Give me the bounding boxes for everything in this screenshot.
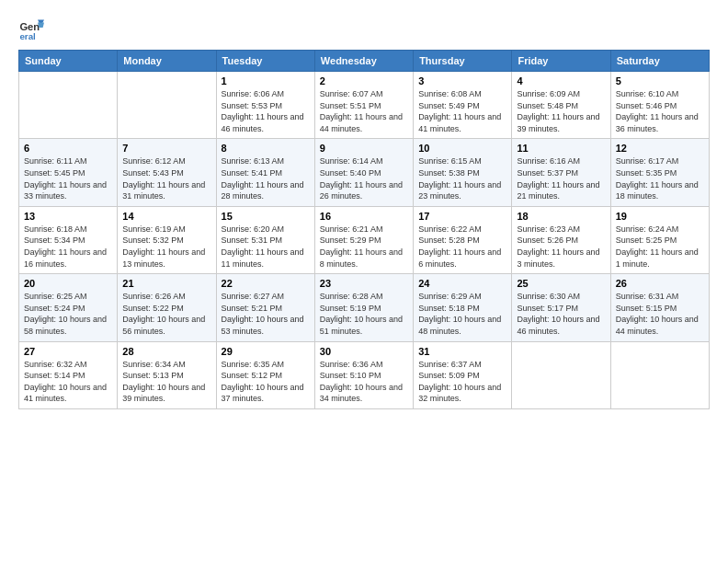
day-number: 15 <box>222 211 310 222</box>
calendar-cell: 16Sunrise: 6:21 AM Sunset: 5:29 PM Dayli… <box>314 206 413 273</box>
day-detail: Sunrise: 6:11 AM Sunset: 5:45 PM Dayligh… <box>24 155 112 201</box>
calendar-cell: 8Sunrise: 6:13 AM Sunset: 5:41 PM Daylig… <box>216 139 314 206</box>
calendar-cell: 14Sunrise: 6:19 AM Sunset: 5:32 PM Dayli… <box>118 206 216 273</box>
calendar-cell: 12Sunrise: 6:17 AM Sunset: 5:35 PM Dayli… <box>610 139 709 206</box>
calendar-cell <box>118 72 216 139</box>
day-detail: Sunrise: 6:31 AM Sunset: 5:15 PM Dayligh… <box>616 291 704 337</box>
day-detail: Sunrise: 6:10 AM Sunset: 5:46 PM Dayligh… <box>616 88 704 134</box>
calendar-cell: 10Sunrise: 6:15 AM Sunset: 5:38 PM Dayli… <box>414 139 512 206</box>
day-detail: Sunrise: 6:29 AM Sunset: 5:18 PM Dayligh… <box>418 291 506 337</box>
calendar-week-row: 27Sunrise: 6:32 AM Sunset: 5:14 PM Dayli… <box>19 341 710 408</box>
day-number: 14 <box>122 211 210 222</box>
day-detail: Sunrise: 6:27 AM Sunset: 5:21 PM Dayligh… <box>222 291 310 337</box>
day-detail: Sunrise: 6:26 AM Sunset: 5:22 PM Dayligh… <box>122 291 210 337</box>
day-number: 16 <box>320 211 408 222</box>
weekday-header: Wednesday <box>314 51 413 72</box>
weekday-header: Tuesday <box>216 51 314 72</box>
calendar-cell: 29Sunrise: 6:35 AM Sunset: 5:12 PM Dayli… <box>216 341 314 408</box>
calendar-cell: 18Sunrise: 6:23 AM Sunset: 5:26 PM Dayli… <box>512 206 610 273</box>
day-detail: Sunrise: 6:08 AM Sunset: 5:49 PM Dayligh… <box>418 88 506 134</box>
day-detail: Sunrise: 6:13 AM Sunset: 5:41 PM Dayligh… <box>222 155 310 201</box>
day-detail: Sunrise: 6:07 AM Sunset: 5:51 PM Dayligh… <box>320 88 408 134</box>
weekday-header: Saturday <box>610 51 709 72</box>
day-detail: Sunrise: 6:09 AM Sunset: 5:48 PM Dayligh… <box>517 88 605 134</box>
day-detail: Sunrise: 6:28 AM Sunset: 5:19 PM Dayligh… <box>320 291 408 337</box>
calendar-table: SundayMondayTuesdayWednesdayThursdayFrid… <box>18 50 710 409</box>
calendar-cell: 9Sunrise: 6:14 AM Sunset: 5:40 PM Daylig… <box>314 139 413 206</box>
day-detail: Sunrise: 6:30 AM Sunset: 5:17 PM Dayligh… <box>517 291 605 337</box>
day-detail: Sunrise: 6:32 AM Sunset: 5:14 PM Dayligh… <box>24 359 112 405</box>
day-detail: Sunrise: 6:21 AM Sunset: 5:29 PM Dayligh… <box>320 224 408 270</box>
day-number: 21 <box>122 278 210 289</box>
day-detail: Sunrise: 6:19 AM Sunset: 5:32 PM Dayligh… <box>122 224 210 270</box>
day-number: 9 <box>320 143 408 154</box>
day-number: 11 <box>517 143 605 154</box>
calendar-cell: 28Sunrise: 6:34 AM Sunset: 5:13 PM Dayli… <box>118 341 216 408</box>
calendar-cell <box>512 341 610 408</box>
calendar-cell <box>610 341 709 408</box>
day-number: 6 <box>24 143 112 154</box>
day-detail: Sunrise: 6:34 AM Sunset: 5:13 PM Dayligh… <box>122 359 210 405</box>
calendar-cell: 17Sunrise: 6:22 AM Sunset: 5:28 PM Dayli… <box>414 206 512 273</box>
calendar-cell: 31Sunrise: 6:37 AM Sunset: 5:09 PM Dayli… <box>414 341 512 408</box>
weekday-header: Friday <box>512 51 610 72</box>
day-number: 24 <box>418 278 506 289</box>
svg-text:eral: eral <box>19 31 36 40</box>
day-number: 7 <box>122 143 210 154</box>
day-number: 13 <box>24 211 112 222</box>
calendar-week-row: 20Sunrise: 6:25 AM Sunset: 5:24 PM Dayli… <box>19 274 710 341</box>
day-detail: Sunrise: 6:23 AM Sunset: 5:26 PM Dayligh… <box>517 224 605 270</box>
day-number: 3 <box>418 75 506 86</box>
calendar-cell: 11Sunrise: 6:16 AM Sunset: 5:37 PM Dayli… <box>512 139 610 206</box>
day-detail: Sunrise: 6:12 AM Sunset: 5:43 PM Dayligh… <box>122 155 210 201</box>
day-number: 19 <box>616 211 704 222</box>
calendar-header: SundayMondayTuesdayWednesdayThursdayFrid… <box>19 51 710 72</box>
day-detail: Sunrise: 6:35 AM Sunset: 5:12 PM Dayligh… <box>222 359 310 405</box>
day-number: 5 <box>616 75 704 86</box>
calendar-cell: 26Sunrise: 6:31 AM Sunset: 5:15 PM Dayli… <box>610 274 709 341</box>
weekday-header: Thursday <box>414 51 512 72</box>
calendar-week-row: 13Sunrise: 6:18 AM Sunset: 5:34 PM Dayli… <box>19 206 710 273</box>
day-number: 20 <box>24 278 112 289</box>
day-detail: Sunrise: 6:25 AM Sunset: 5:24 PM Dayligh… <box>24 291 112 337</box>
calendar-cell: 6Sunrise: 6:11 AM Sunset: 5:45 PM Daylig… <box>19 139 118 206</box>
day-number: 10 <box>418 143 506 154</box>
day-detail: Sunrise: 6:06 AM Sunset: 5:53 PM Dayligh… <box>222 88 310 134</box>
calendar-cell <box>19 72 118 139</box>
day-number: 23 <box>320 278 408 289</box>
logo: Gen eral <box>18 15 48 40</box>
calendar-cell: 21Sunrise: 6:26 AM Sunset: 5:22 PM Dayli… <box>118 274 216 341</box>
calendar-cell: 22Sunrise: 6:27 AM Sunset: 5:21 PM Dayli… <box>216 274 314 341</box>
day-detail: Sunrise: 6:20 AM Sunset: 5:31 PM Dayligh… <box>222 224 310 270</box>
day-number: 29 <box>222 346 310 357</box>
day-detail: Sunrise: 6:24 AM Sunset: 5:25 PM Dayligh… <box>616 224 704 270</box>
day-detail: Sunrise: 6:14 AM Sunset: 5:40 PM Dayligh… <box>320 155 408 201</box>
calendar-cell: 30Sunrise: 6:36 AM Sunset: 5:10 PM Dayli… <box>314 341 413 408</box>
day-number: 22 <box>222 278 310 289</box>
day-number: 28 <box>122 346 210 357</box>
day-number: 25 <box>517 278 605 289</box>
calendar-week-row: 6Sunrise: 6:11 AM Sunset: 5:45 PM Daylig… <box>19 139 710 206</box>
day-number: 31 <box>418 346 506 357</box>
weekday-header: Sunday <box>19 51 118 72</box>
day-number: 1 <box>222 75 310 86</box>
day-detail: Sunrise: 6:22 AM Sunset: 5:28 PM Dayligh… <box>418 224 506 270</box>
day-number: 4 <box>517 75 605 86</box>
calendar-cell: 2Sunrise: 6:07 AM Sunset: 5:51 PM Daylig… <box>314 72 413 139</box>
calendar-cell: 15Sunrise: 6:20 AM Sunset: 5:31 PM Dayli… <box>216 206 314 273</box>
calendar-cell: 23Sunrise: 6:28 AM Sunset: 5:19 PM Dayli… <box>314 274 413 341</box>
day-detail: Sunrise: 6:17 AM Sunset: 5:35 PM Dayligh… <box>616 155 704 201</box>
calendar-cell: 24Sunrise: 6:29 AM Sunset: 5:18 PM Dayli… <box>414 274 512 341</box>
calendar-cell: 20Sunrise: 6:25 AM Sunset: 5:24 PM Dayli… <box>19 274 118 341</box>
day-detail: Sunrise: 6:36 AM Sunset: 5:10 PM Dayligh… <box>320 359 408 405</box>
weekday-header: Monday <box>118 51 216 72</box>
day-number: 8 <box>222 143 310 154</box>
day-detail: Sunrise: 6:18 AM Sunset: 5:34 PM Dayligh… <box>24 224 112 270</box>
day-number: 26 <box>616 278 704 289</box>
page-header: Gen eral <box>18 15 710 40</box>
calendar-cell: 13Sunrise: 6:18 AM Sunset: 5:34 PM Dayli… <box>19 206 118 273</box>
calendar-cell: 5Sunrise: 6:10 AM Sunset: 5:46 PM Daylig… <box>610 72 709 139</box>
calendar-cell: 1Sunrise: 6:06 AM Sunset: 5:53 PM Daylig… <box>216 72 314 139</box>
calendar-cell: 25Sunrise: 6:30 AM Sunset: 5:17 PM Dayli… <box>512 274 610 341</box>
day-number: 12 <box>616 143 704 154</box>
